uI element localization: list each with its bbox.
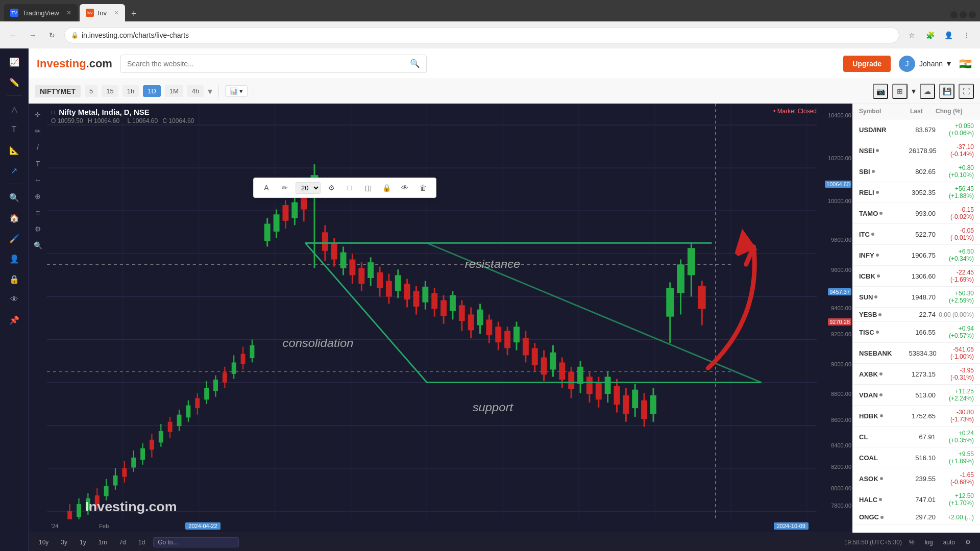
box-tool[interactable]: □ xyxy=(342,180,357,195)
ticker-row-icbk[interactable]: ICBK 1306.60 -22.45 (-1.69%) xyxy=(853,266,980,287)
tab-investing-close[interactable]: ✕ xyxy=(114,9,119,16)
chart-main[interactable]: □ Nifty Metal, India, D, NSE O 10059.50 … xyxy=(47,104,852,533)
sidebar-icon-lock[interactable]: 🔒 xyxy=(5,270,23,288)
new-tab-button[interactable]: + xyxy=(127,7,141,21)
sidebar-icon-user[interactable]: 👤 xyxy=(5,249,23,268)
sidebar-icon-chart[interactable]: 📈 xyxy=(5,53,23,71)
ticker-row-sun[interactable]: SUN 1948.70 +50.30 (+2.59%) xyxy=(853,287,980,308)
upgrade-button[interactable]: Upgrade xyxy=(843,56,891,72)
log-btn[interactable]: log xyxy=(922,538,936,547)
tab-investing[interactable]: Inv Inv ✕ xyxy=(80,4,125,21)
ticker-row-ongc[interactable]: ONGC 297.20 +2.00 (...) xyxy=(853,510,980,524)
ticker-row-usdinr[interactable]: USD/INR 83.679 +0.050 (+0.06%) xyxy=(853,119,980,140)
ticker-row-cl[interactable]: CL 67.91 +0.24 (+0.35%) xyxy=(853,427,980,447)
sidebar-icon-magnify[interactable]: 🔍 xyxy=(5,188,23,207)
font-size-select[interactable]: 20 xyxy=(296,182,321,194)
close-button[interactable] xyxy=(969,11,976,18)
ticker-row-itc[interactable]: ITC 522.70 -0.05 (-0.01%) xyxy=(853,224,980,245)
pen-chart-tool[interactable]: ✏ xyxy=(31,124,45,138)
text-chart-tool[interactable]: T xyxy=(31,157,45,171)
profile-button[interactable]: 👤 xyxy=(941,28,955,42)
sidebar-icon-text[interactable]: T xyxy=(5,120,23,139)
timeframe-15[interactable]: 15 xyxy=(102,85,118,97)
lock-tool[interactable]: 🔒 xyxy=(379,180,394,195)
maximize-button[interactable] xyxy=(960,11,967,18)
ruler-chart-tool[interactable]: ↔ xyxy=(31,173,45,187)
forward-button[interactable]: → xyxy=(26,28,40,42)
chart-type-button[interactable]: 📊 ▾ xyxy=(225,85,248,97)
ticker-row-asok[interactable]: ASOK 239.55 -1.65 (-0.68%) xyxy=(853,468,980,489)
settings-chart-tool[interactable]: ⚙ xyxy=(31,222,45,236)
search-input[interactable] xyxy=(127,60,410,68)
sidebar-icon-arrow[interactable]: ↗ xyxy=(5,161,23,180)
timeframe-4h[interactable]: 4h xyxy=(187,85,204,97)
percent-btn[interactable]: % xyxy=(906,538,918,547)
sidebar-icon-eye[interactable]: 👁 xyxy=(5,290,23,309)
auto-btn[interactable]: auto xyxy=(940,538,958,547)
url-text: in.investing.com/charts/live-charts xyxy=(82,31,189,39)
ticker-row-nsebank[interactable]: NSEBANK 53834.30 -541.05 (-1.00%) xyxy=(853,343,980,364)
period-1d[interactable]: 1d xyxy=(134,538,149,547)
ticker-row-coal[interactable]: COAL 516.10 +9.55 (+1.89%) xyxy=(853,447,980,468)
period-10y[interactable]: 10y xyxy=(35,538,53,547)
cursor-tool[interactable]: ✛ xyxy=(31,108,45,122)
sidebar-icon-brush[interactable]: 🖌️ xyxy=(5,229,23,247)
line-chart-tool[interactable]: / xyxy=(31,140,45,155)
screenshot-button[interactable]: 📷 xyxy=(873,84,888,99)
sidebar-icon-pin[interactable]: 📌 xyxy=(5,311,23,329)
visibility-tool[interactable]: 👁 xyxy=(397,180,412,195)
period-1m[interactable]: 1m xyxy=(94,538,111,547)
menu-button[interactable]: ⋮ xyxy=(960,28,974,42)
timeframe-1m[interactable]: 1M xyxy=(165,85,183,97)
settings-bottom-btn[interactable]: ⚙ xyxy=(962,538,974,547)
back-button[interactable]: ← xyxy=(6,28,20,42)
pen-tool[interactable]: ✏ xyxy=(277,180,292,195)
sidebar-icon-home[interactable]: 🏠 xyxy=(5,209,23,227)
search-icon[interactable]: 🔍 xyxy=(410,59,420,68)
goto-input[interactable] xyxy=(153,537,239,547)
upload-button[interactable]: ☁ xyxy=(920,84,935,99)
text-tool[interactable]: A xyxy=(259,180,274,195)
sidebar-icon-pencil[interactable]: ✏️ xyxy=(5,73,23,91)
ticker-row-tisc[interactable]: TISC 166.55 +0.94 (+0.57%) xyxy=(853,322,980,343)
timeframe-dropdown[interactable]: ▾ xyxy=(208,86,212,97)
ticker-row-reli[interactable]: RELI 3052.35 +56.45 (+1.88%) xyxy=(853,182,980,203)
delete-tool[interactable]: 🗑 xyxy=(415,180,431,195)
extensions-button[interactable]: 🧩 xyxy=(923,28,937,42)
tab-tradingview-close[interactable]: ✕ xyxy=(66,9,71,16)
timeframe-1d[interactable]: 1D xyxy=(143,85,161,97)
search-bar[interactable]: 🔍 xyxy=(120,55,427,73)
minimize-button[interactable] xyxy=(950,11,958,18)
timeframe-5[interactable]: 5 xyxy=(85,85,97,97)
bracket-tool[interactable]: ◫ xyxy=(360,180,376,195)
ticker-row-axbk[interactable]: AXBK 1273.15 -3.95 (-0.31%) xyxy=(853,364,980,385)
ticker-row-hdbk[interactable]: HDBK 1752.65 -30.80 (-1.73%) xyxy=(853,406,980,427)
ticker-row-sbi[interactable]: SBI 802.65 +0.80 (+0.10%) xyxy=(853,161,980,182)
fullscreen-button[interactable]: ⛶ xyxy=(959,84,974,99)
settings-tool[interactable]: ⚙ xyxy=(324,180,339,195)
period-7d[interactable]: 7d xyxy=(115,538,130,547)
ticker-row-vdan[interactable]: VDAN 513.00 +11.25 (+2.24%) xyxy=(853,385,980,406)
ticker-row-nsei[interactable]: NSEI 26178.95 -37.10 (-0.14%) xyxy=(853,140,980,161)
user-avatar[interactable]: J xyxy=(899,56,915,72)
save-button[interactable]: 💾 xyxy=(939,84,954,99)
ticker-row-tamo[interactable]: TAMO 993.00 -0.15 (-0.02%) xyxy=(853,203,980,224)
search-chart-tool[interactable]: 🔍 xyxy=(31,238,45,253)
sidebar-icon-triangle[interactable]: △ xyxy=(5,100,23,118)
symbol-label[interactable]: NIFTYMET xyxy=(35,85,81,97)
ticker-row-halc[interactable]: HALC 747.01 +12.50 (+1.70%) xyxy=(853,489,980,510)
period-1y[interactable]: 1y xyxy=(76,538,90,547)
reload-button[interactable]: ↻ xyxy=(45,28,59,42)
sidebar-icon-measure[interactable]: 📐 xyxy=(5,141,23,159)
address-bar[interactable]: 🔒 in.investing.com/charts/live-charts xyxy=(64,27,899,43)
period-3y[interactable]: 3y xyxy=(57,538,71,547)
layout-button[interactable]: ⊞ xyxy=(892,84,908,99)
tab-tradingview[interactable]: TV TradingView ✕ xyxy=(4,4,78,21)
ticker-row-yesb[interactable]: YESB 22.74 0.00 (0.00%) xyxy=(853,308,980,322)
layers-chart-tool[interactable]: ≡ xyxy=(31,206,45,220)
magnet-chart-tool[interactable]: ⊕ xyxy=(31,189,45,204)
timeframe-1h[interactable]: 1h xyxy=(122,85,139,97)
bookmark-star-button[interactable]: ☆ xyxy=(904,28,919,42)
layout-dropdown[interactable]: ▾ xyxy=(912,86,916,96)
ticker-row-infy[interactable]: INFY 1906.75 +6.50 (+0.34%) xyxy=(853,245,980,266)
